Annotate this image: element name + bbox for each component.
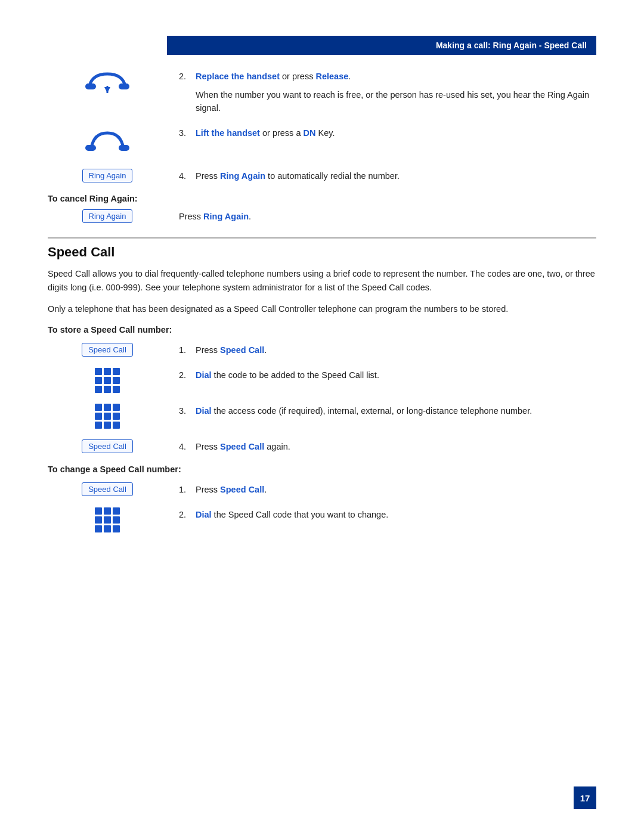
change-step2-left: [48, 507, 179, 532]
ring-again-button-cancel[interactable]: Ring Again: [82, 209, 133, 223]
change-step2-text: 2. Dial the Speed Call code that you wan…: [179, 509, 596, 522]
store-step3-dial: Dial: [196, 406, 212, 416]
step2-desc: When the number you want to reach is fre…: [196, 88, 596, 115]
step4-row: Ring Again 4. Press Ring Again to automa…: [48, 169, 596, 183]
step3-number: 3.: [179, 127, 192, 140]
step2-text: 2. Replace the handset or press Release.…: [179, 70, 596, 115]
store-step3-rest: the access code (if required), internal,…: [212, 406, 532, 416]
keypad-icon-2: [95, 404, 120, 429]
store-label: To store a Speed Call number:: [48, 325, 172, 335]
page-number: 17: [574, 786, 596, 809]
change-label: To change a Speed Call number:: [48, 465, 181, 474]
store-step1-row: Speed Call 1. Press Speed Call.: [48, 343, 596, 357]
change-step1-press: Press: [196, 485, 220, 494]
change-step1-right: 1. Press Speed Call.: [179, 482, 596, 497]
header-title: Making a call: Ring Again - Speed Call: [436, 41, 587, 50]
store-step1-right: 1. Press Speed Call.: [179, 343, 596, 357]
cancel-label-row: To cancel Ring Again:: [48, 193, 596, 203]
store-step4-press: Press: [196, 442, 220, 451]
speed-call-intro1: Speed Call allows you to dial frequently…: [48, 267, 596, 294]
step4-press: Press: [196, 171, 220, 181]
store-step4-text: 4. Press Speed Call again.: [179, 441, 596, 454]
store-step1-bold: Speed Call: [220, 345, 264, 355]
change-step1-bold: Speed Call: [220, 485, 264, 494]
step4-right: 4. Press Ring Again to automatically red…: [179, 169, 596, 183]
step2-number: 2.: [179, 70, 192, 115]
store-step4-again: again.: [264, 442, 290, 451]
store-step2-left: [48, 368, 179, 393]
store-step2-row: 2. Dial the code to be added to the Spee…: [48, 368, 596, 393]
ring-again-button-step4[interactable]: Ring Again: [82, 169, 133, 182]
speed-call-section-title-row: Speed Call: [48, 237, 596, 260]
step4-left: Ring Again: [48, 169, 179, 182]
step3-left: [48, 126, 179, 158]
step4-content: Press Ring Again to automatically redial…: [196, 170, 400, 183]
store-step3-left: [48, 404, 179, 429]
step3-key: Key.: [315, 128, 335, 138]
cancel-ring-again: Ring Again: [203, 212, 249, 221]
step2-row: 2. Replace the handset or press Release.…: [48, 69, 596, 115]
store-step2-dial: Dial: [196, 370, 212, 380]
cancel-left: Ring Again: [48, 209, 179, 223]
handset-icon: [80, 69, 134, 102]
store-step2-text: 2. Dial the code to be added to the Spee…: [179, 369, 596, 382]
step3-or: or press a: [260, 128, 304, 138]
change-step1-text: 1. Press Speed Call.: [179, 484, 596, 497]
svg-rect-4: [85, 145, 96, 151]
store-step1-press: Press: [196, 345, 220, 355]
change-step1-period: .: [264, 485, 267, 494]
store-step4-right: 4. Press Speed Call again.: [179, 439, 596, 454]
step2-content: Replace the handset or press Release. Wh…: [196, 70, 596, 115]
svg-rect-5: [119, 145, 129, 151]
change-label-row: To change a Speed Call number:: [48, 464, 596, 474]
change-step2-row: 2. Dial the Speed Call code that you wan…: [48, 507, 596, 532]
change-step2-right: 2. Dial the Speed Call code that you wan…: [179, 507, 596, 522]
speed-call-button-store4[interactable]: Speed Call: [82, 439, 133, 453]
step2-release: Release: [315, 72, 348, 81]
store-step4-row: Speed Call 4. Press Speed Call again.: [48, 439, 596, 454]
store-step2-rest: the code to be added to the Speed Call l…: [212, 370, 379, 380]
store-step2-right: 2. Dial the code to be added to the Spee…: [179, 368, 596, 382]
step3-lift: Lift the handset: [196, 128, 260, 138]
cancel-label: To cancel Ring Again:: [48, 194, 138, 203]
page: Making a call: Ring Again - Speed Call 2…: [0, 0, 644, 833]
cancel-right: Press Ring Again.: [179, 212, 596, 221]
step2-left: [48, 69, 179, 104]
step4-ring-again: Ring Again: [220, 171, 265, 181]
step3-right: 3. Lift the handset or press a DN Key.: [179, 126, 596, 140]
store-step3-right: 3. Dial the access code (if required), i…: [179, 404, 596, 418]
store-step4-bold: Speed Call: [220, 442, 264, 451]
store-step3-row: 3. Dial the access code (if required), i…: [48, 404, 596, 429]
change-step2-dial: Dial: [196, 510, 212, 519]
step4-number: 4.: [179, 170, 192, 183]
speed-call-button-change1[interactable]: Speed Call: [82, 482, 133, 496]
cancel-period: .: [249, 212, 251, 221]
change-step1-left: Speed Call: [48, 482, 179, 496]
step2-period: .: [348, 72, 351, 81]
step3-text: 3. Lift the handset or press a DN Key.: [179, 127, 596, 140]
speed-call-button-store1[interactable]: Speed Call: [82, 343, 133, 357]
step4-rest: to automatically redial the number.: [265, 171, 400, 181]
store-step1-period: .: [264, 345, 267, 355]
step2-right: 2. Replace the handset or press Release.…: [179, 69, 596, 115]
change-step1-row: Speed Call 1. Press Speed Call.: [48, 482, 596, 497]
store-step3-text: 3. Dial the access code (if required), i…: [179, 405, 596, 418]
step4-text: 4. Press Ring Again to automatically red…: [179, 170, 596, 183]
cancel-press: Press: [179, 212, 203, 221]
speed-call-intro2: Only a telephone that has been designate…: [48, 302, 596, 315]
step3-dn: DN: [303, 128, 315, 138]
step2-replace: Replace the handset: [196, 72, 280, 81]
change-step2-rest: the Speed Call code that you want to cha…: [212, 510, 389, 519]
header-bar: Making a call: Ring Again - Speed Call: [167, 36, 596, 55]
cancel-row: Ring Again Press Ring Again.: [48, 209, 596, 223]
step2-or: or press: [280, 72, 315, 81]
step3-row: 3. Lift the handset or press a DN Key.: [48, 126, 596, 158]
keypad-icon-3: [95, 507, 120, 532]
store-label-row: To store a Speed Call number:: [48, 324, 596, 335]
svg-rect-1: [119, 83, 129, 89]
store-step1-left: Speed Call: [48, 343, 179, 357]
speed-call-title: Speed Call: [48, 244, 114, 259]
store-step4-left: Speed Call: [48, 439, 179, 453]
svg-rect-0: [85, 83, 96, 89]
store-step1-text: 1. Press Speed Call.: [179, 344, 596, 357]
